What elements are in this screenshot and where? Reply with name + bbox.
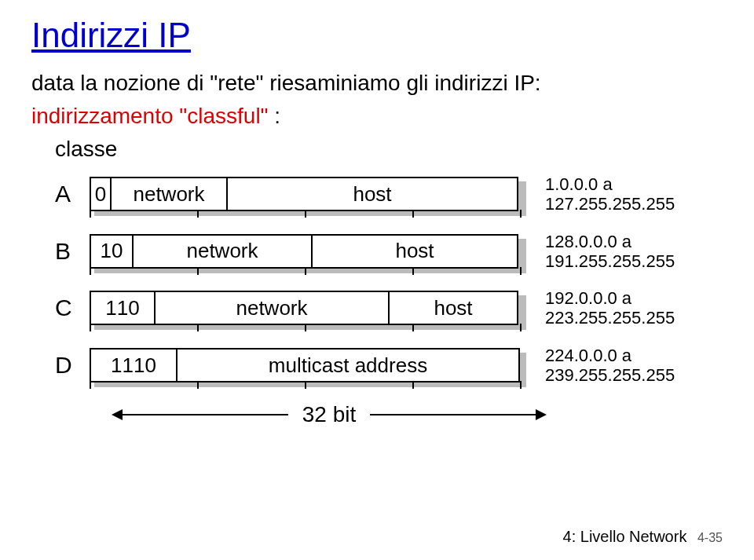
- range-text: 128.0.0.0 a191.255.255.255: [545, 232, 675, 272]
- class-row-d: D 1110 multicast address 224.0.0.0 a239.…: [55, 346, 723, 386]
- arrow-right-icon: [370, 414, 545, 415]
- slide-footer: 4: Livello Network 4-35: [563, 528, 723, 546]
- page-title: Indirizzi IP: [31, 16, 723, 55]
- class-table: classe A 0 network host 1.0.0.0 a127.255…: [55, 137, 723, 427]
- class-row-b: B 10 network host 128.0.0.0 a191.255.255…: [55, 232, 723, 272]
- prefix-cell: 0: [90, 177, 112, 211]
- network-cell: network: [132, 234, 313, 269]
- width-arrow: 32 bit: [113, 402, 545, 427]
- class-letter: D: [55, 352, 90, 379]
- page-number: 4-35: [697, 531, 723, 544]
- prefix-cell: 1110: [90, 348, 178, 382]
- prefix-cell: 10: [90, 234, 134, 269]
- class-letter: A: [55, 181, 90, 207]
- network-cell: network: [110, 177, 228, 211]
- subtitle-line-2: indirizzamento "classful" :: [31, 104, 723, 129]
- class-letter: C: [55, 295, 90, 321]
- host-cell: host: [388, 291, 518, 325]
- host-cell: host: [226, 177, 518, 211]
- colon: :: [274, 104, 280, 128]
- multicast-cell: multicast address: [176, 348, 520, 382]
- subtitle-line-1: data la nozione di "rete" riesaminiamo g…: [31, 71, 723, 96]
- class-row-c: C 110 network host 192.0.0.0 a223.255.25…: [55, 288, 723, 328]
- addr-bar: 10 network host: [90, 234, 522, 269]
- addr-bar: 110 network host: [90, 291, 522, 325]
- footer-text: 4: Livello Network: [563, 528, 687, 545]
- range-text: 1.0.0.0 a127.255.255.255: [545, 174, 675, 214]
- network-cell: network: [154, 291, 390, 325]
- prefix-cell: 110: [90, 291, 156, 325]
- class-row-a: A 0 network host 1.0.0.0 a127.255.255.25…: [55, 174, 723, 214]
- addr-bar: 1110 multicast address: [90, 348, 522, 382]
- classe-heading: classe: [55, 137, 723, 162]
- class-letter: B: [55, 238, 90, 265]
- host-cell: host: [311, 234, 518, 269]
- range-text: 224.0.0.0 a239.255.255.255: [545, 346, 675, 386]
- classful-label: indirizzamento "classful": [31, 104, 274, 128]
- addr-bar: 0 network host: [90, 177, 522, 211]
- width-label: 32 bit: [302, 402, 357, 427]
- range-text: 192.0.0.0 a223.255.255.255: [545, 288, 675, 328]
- arrow-left-icon: [113, 414, 288, 415]
